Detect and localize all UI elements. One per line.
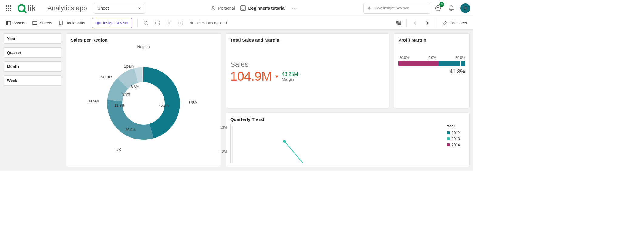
- gauge-bar: [398, 61, 465, 66]
- card-sales-per-region[interactable]: Sales per Region Region USA UK: [66, 33, 221, 167]
- card-quarterly-trend[interactable]: Quarterly Trend 13M 12M Year 2012 2013 2…: [226, 113, 470, 167]
- bookmark-icon: [59, 21, 63, 25]
- step-back-button: [164, 18, 174, 28]
- donut-label-spain: Spain: [124, 64, 134, 69]
- svg-text:lik: lik: [28, 4, 36, 12]
- assets-label: Assets: [13, 21, 25, 25]
- donut-pct-uk: 26.9%: [125, 128, 136, 132]
- breadcrumb-personal-label: Personal: [218, 6, 235, 11]
- legend-item-2012[interactable]: 2012: [447, 131, 465, 135]
- svg-rect-30: [396, 23, 398, 25]
- sheet-dropdown[interactable]: Sheet: [94, 3, 145, 14]
- filter-year[interactable]: Year: [4, 33, 61, 44]
- kpi-sub-value: 43.25M ·: [282, 72, 301, 77]
- divider: [137, 19, 138, 27]
- divider: [406, 19, 407, 27]
- kpi-label: Sales: [230, 60, 384, 69]
- svg-rect-5: [10, 8, 11, 9]
- search-dashed-icon: [143, 20, 149, 26]
- donut-pct-spain: 3.3%: [131, 85, 139, 89]
- insight-search[interactable]: [363, 3, 430, 14]
- svg-rect-12: [241, 6, 245, 11]
- panel-left-icon: [6, 21, 11, 25]
- sheet-grid-button[interactable]: [393, 18, 403, 28]
- selections-tool-button[interactable]: [152, 18, 163, 28]
- donut-pct-japan: 11.3%: [114, 103, 125, 108]
- selection-dashed-icon: [155, 20, 160, 26]
- breadcrumb-app[interactable]: Beginner's tutorial: [240, 5, 286, 11]
- svg-rect-4: [8, 8, 9, 9]
- donut-pct-usa: 45.5%: [159, 103, 169, 108]
- sheets-label: Sheets: [40, 21, 52, 25]
- trend-legend: Year 2012 2013 2014: [447, 124, 465, 163]
- svg-text:?: ?: [437, 6, 439, 10]
- smart-search-button[interactable]: [141, 18, 151, 28]
- trend-down-icon: ▾: [275, 73, 278, 80]
- svg-rect-2: [10, 5, 11, 7]
- breadcrumb-personal[interactable]: Personal: [211, 6, 235, 11]
- svg-rect-22: [33, 24, 37, 25]
- divider: [436, 19, 436, 27]
- card-total-sales[interactable]: Total Sales and Margin Sales 104.9M ▾ 43…: [226, 33, 389, 108]
- bell-icon: [449, 5, 454, 11]
- donut-label-uk: UK: [116, 147, 121, 152]
- card-title: Total Sales and Margin: [230, 37, 384, 42]
- help-button[interactable]: ? 3: [433, 3, 443, 14]
- legend-item-2013[interactable]: 2013: [447, 137, 465, 141]
- trend-chart: 13M 12M: [230, 124, 441, 163]
- selections-text: No selections applied: [189, 21, 227, 25]
- card-title: Sales per Region: [71, 37, 216, 42]
- insight-advisor-button[interactable]: Insight Advisor: [92, 18, 132, 28]
- sheet-dropdown-label: Sheet: [98, 6, 109, 11]
- gauge-value: 41.3%: [398, 69, 465, 75]
- notification-badge: 3: [439, 2, 444, 7]
- assets-button[interactable]: Assets: [3, 18, 28, 28]
- svg-rect-31: [398, 23, 401, 25]
- step-back-icon: [166, 20, 172, 26]
- step-forward-button: [175, 18, 186, 28]
- filter-month[interactable]: Month: [4, 61, 61, 72]
- avatar[interactable]: TL: [460, 3, 470, 13]
- card-profit-margin[interactable]: Profit Margin -50.0% 0.0% 50.0% 41.3%: [394, 33, 470, 108]
- svg-point-16: [295, 8, 296, 8]
- edit-sheet-button[interactable]: Edit sheet: [439, 18, 470, 28]
- svg-rect-8: [10, 10, 11, 11]
- kpi-value: 104.9M: [230, 69, 272, 84]
- svg-rect-20: [6, 21, 8, 25]
- bookmarks-label: Bookmarks: [66, 21, 85, 25]
- donut-label-nordic: Nordic: [100, 75, 112, 79]
- sparkle-icon: [367, 6, 372, 11]
- filter-quarter[interactable]: Quarter: [4, 47, 61, 58]
- svg-point-24: [144, 21, 147, 24]
- svg-rect-7: [8, 10, 9, 11]
- insight-search-input[interactable]: [375, 5, 427, 11]
- svg-rect-25: [155, 21, 160, 25]
- next-sheet-button[interactable]: [422, 18, 433, 29]
- pencil-icon: [442, 21, 447, 25]
- svg-rect-27: [178, 21, 183, 25]
- svg-rect-6: [6, 10, 7, 11]
- edit-sheet-label: Edit sheet: [450, 21, 467, 25]
- svg-line-34: [285, 141, 303, 163]
- notifications-button[interactable]: [446, 3, 457, 14]
- bookmarks-button[interactable]: Bookmarks: [56, 18, 88, 28]
- chevron-left-icon: [414, 21, 417, 25]
- svg-point-15: [294, 8, 295, 8]
- card-title: Profit Margin: [398, 37, 465, 42]
- svg-rect-28: [396, 21, 398, 23]
- prev-sheet-button: [410, 18, 421, 29]
- eye-icon: [95, 21, 101, 25]
- breadcrumb-app-label: Beginner's tutorial: [248, 6, 286, 11]
- gauge-ticks: -50.0% 0.0% 50.0%: [398, 56, 465, 59]
- step-forward-icon: [178, 20, 183, 26]
- kpi-sub-label: Margin: [282, 77, 301, 82]
- legend-item-2014[interactable]: 2014: [447, 143, 465, 147]
- chevron-down-icon: [138, 6, 141, 10]
- more-icon[interactable]: [291, 3, 298, 14]
- svg-rect-0: [6, 5, 7, 7]
- app-launcher-icon[interactable]: [3, 3, 14, 14]
- svg-rect-1: [8, 5, 9, 7]
- sheets-button[interactable]: Sheets: [29, 18, 55, 28]
- qlik-logo[interactable]: lik: [18, 4, 43, 13]
- filter-week[interactable]: Week: [4, 75, 61, 86]
